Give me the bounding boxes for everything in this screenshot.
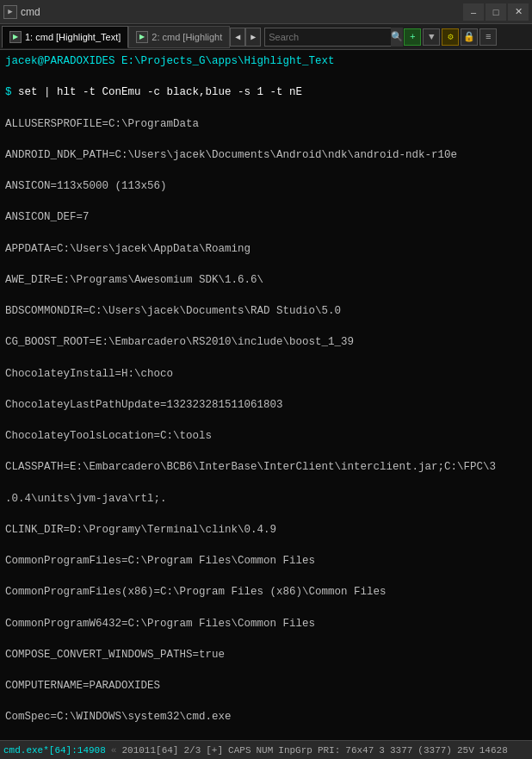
add-tab-button[interactable]: +	[404, 28, 421, 46]
search-input[interactable]	[265, 32, 391, 42]
status-marker: «	[111, 745, 117, 756]
search-box: 🔍	[264, 28, 402, 47]
terminal-output: jacek@PARADOXIDES E:\Projects_G\apps\Hig…	[0, 50, 532, 740]
status-num2: 3	[379, 745, 385, 756]
status-num: NUM	[256, 745, 273, 756]
tab-actions: + ▼ ⚙ 🔒 ≡	[404, 28, 497, 46]
terminal-line: jacek@PARADOXIDES E:\Projects_G\apps\Hig…	[5, 53, 527, 69]
maximize-button[interactable]: □	[486, 3, 506, 21]
terminal-line: ALLUSERSPROFILE=C:\ProgramData	[5, 116, 527, 132]
terminal-line: COMPUTERNAME=PARADOXIDES	[5, 678, 527, 694]
terminal-line: AWE_DIR=E:\Programs\Awesomium SDK\1.6.6\	[5, 272, 527, 288]
terminal-line: BDSCOMMONDIR=C:\Users\jacek\Documents\RA…	[5, 303, 527, 319]
close-button[interactable]: ✕	[508, 3, 529, 21]
tab-2[interactable]: ▶ 2: cmd [Highlight	[128, 26, 230, 48]
terminal-line: CLINK_DIR=D:\Programy\Terminal\clink\0.4…	[5, 522, 527, 538]
status-process: cmd.exe*[64]:14908	[3, 745, 106, 756]
app-icon: ▶	[3, 5, 17, 19]
terminal-line: CG_BOOST_ROOT=E:\Embarcadero\RS2010\incl…	[5, 334, 527, 350]
status-caps: CAPS	[228, 745, 251, 756]
tab-2-label: 2: cmd [Highlight	[152, 32, 222, 42]
status-flags: [+]	[206, 745, 223, 756]
title-bar: ▶ cmd – □ ✕	[0, 0, 532, 24]
tab-prev-button[interactable]: ◀	[230, 28, 245, 47]
status-bar: cmd.exe*[64]:14908 « 201011[64] 2/3 [+] …	[0, 740, 532, 759]
search-button[interactable]: 🔍	[391, 28, 403, 47]
status-zoom: 25V	[457, 745, 474, 756]
terminal-line: ANSICON_DEF=7	[5, 209, 527, 225]
tab-2-icon: ▶	[136, 31, 148, 43]
terminal-line: ChocolateyToolsLocation=C:\tools	[5, 428, 527, 444]
terminal-line: ANDROID_NDK_PATH=C:\Users\jacek\Document…	[5, 147, 527, 163]
terminal-line: CommonProgramFiles(x86)=C:\Program Files…	[5, 584, 527, 600]
status-build: 201011[64]	[121, 745, 178, 756]
minimize-button[interactable]: –	[463, 3, 484, 21]
terminal-line: $ set | hlt -t ConEmu -c black,blue -s 1…	[5, 84, 527, 100]
status-pos: 2/3	[183, 745, 201, 756]
window-controls: – □ ✕	[463, 3, 529, 21]
terminal-line: ChocolateyLastPathUpdate=132323281511061…	[5, 397, 527, 413]
lock-button[interactable]: 🔒	[461, 28, 478, 46]
status-pid: 14628	[479, 745, 508, 756]
status-inpgrp: InpGrp	[278, 745, 312, 756]
terminal-line: CommonProgramW6432=C:\Program Files\Comm…	[5, 616, 527, 631]
terminal-line: ChocolateyInstall=H:\choco	[5, 366, 527, 382]
status-val1: 3377	[390, 745, 412, 756]
terminal-line: CommonProgramFiles=C:\Program Files\Comm…	[5, 553, 527, 569]
settings-button[interactable]: ⚙	[442, 28, 459, 46]
terminal-line: ComSpec=C:\WINDOWS\system32\cmd.exe	[5, 709, 527, 725]
menu-button[interactable]: ≡	[479, 28, 497, 46]
dropdown-button[interactable]: ▼	[423, 28, 440, 46]
terminal-line: COMPOSE_CONVERT_WINDOWS_PATHS=true	[5, 647, 527, 663]
terminal-line: .0.4\units\jvm-java\rtl;.	[5, 491, 527, 507]
status-size: 76x47	[345, 745, 374, 756]
window-title: cmd	[21, 6, 463, 18]
status-pri: PRI:	[318, 745, 340, 756]
status-val2: (3377)	[418, 745, 452, 756]
tab-1-icon: ▶	[9, 31, 22, 43]
tab-1-label: 1: cmd [Highlight_Text]	[25, 32, 121, 42]
terminal-line: ANSICON=113x5000 (113x56)	[5, 178, 527, 194]
terminal-line: APPDATA=C:\Users\jacek\AppData\Roaming	[5, 241, 527, 257]
tab-bar: ▶ 1: cmd [Highlight_Text] ▶ 2: cmd [High…	[0, 24, 532, 50]
terminal-line: CLASSPATH=E:\Embarcadero\BCB6\InterBase\…	[5, 459, 527, 475]
tab-1[interactable]: ▶ 1: cmd [Highlight_Text]	[2, 26, 128, 48]
tab-next-button[interactable]: ▶	[245, 28, 261, 47]
